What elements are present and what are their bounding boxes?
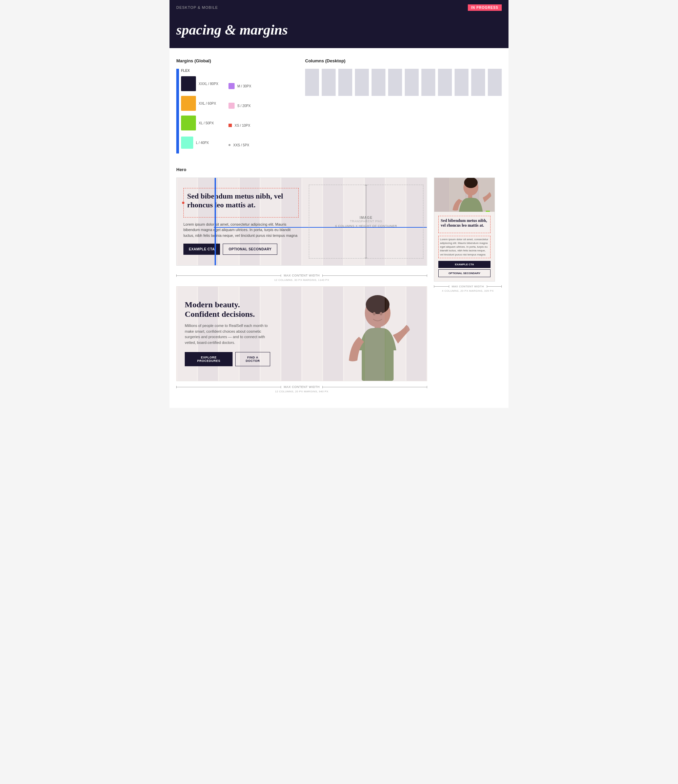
swatch-xxs-label: XXS / 5PX <box>233 143 249 147</box>
svg-point-4 <box>373 312 376 316</box>
flex-indicator <box>176 69 179 154</box>
mobile-card-body: Lorem ipsum dolor sit amet, consectetur … <box>438 236 491 258</box>
swatch-xs-label: XS / 10PX <box>235 124 250 128</box>
swatch-pink-sm <box>229 103 235 109</box>
svg-rect-9 <box>461 205 481 212</box>
hero-real-body: Millions of people come to RealSelf each… <box>185 323 270 345</box>
swatch-xxxl: XXXL / 80PX <box>181 75 218 92</box>
hero-real-buttons: EXPLORE PROCEDURES FIND A DOCTOR <box>185 352 270 366</box>
col-1 <box>305 69 319 96</box>
max-width-indicator: MAX CONTENT WIDTH <box>176 274 427 277</box>
hero-real-mockup: Modern beauty. Confident decisions. Mill… <box>176 286 427 381</box>
header: DESKTOP & MOBILE IN PROGRESS <box>170 0 508 15</box>
swatch-xl: XL / 50PX <box>181 115 218 131</box>
swatch-l: L / 40PX <box>181 134 218 151</box>
hero-real-max-label: MAX CONTENT WIDTH <box>281 385 323 389</box>
col-11 <box>471 69 485 96</box>
image-placeholder-box: IMAGE TRANSPARENT PNG 6 COLUMNS X HEIGHT… <box>309 185 423 258</box>
columns-section: Columns (Desktop) <box>305 58 502 154</box>
max-width-label: MAX CONTENT WIDTH <box>281 274 323 277</box>
col-6 <box>388 69 402 96</box>
swatch-s: S / 20PX <box>229 97 251 114</box>
red-dot-accent <box>182 202 184 204</box>
swatch-xxs: XXS / 5PX <box>229 137 251 154</box>
hero-buttons: EXAMPLE CTA OPTIONAL SECONDARY <box>183 244 299 255</box>
title-bar: spacing & margins <box>170 15 508 48</box>
mobile-right-line <box>487 286 502 287</box>
mobile-person-illustration <box>434 178 495 212</box>
hero-wireframe: Sed bibendum metus nibh, vel rhoncus leo… <box>176 177 427 283</box>
swatch-green <box>181 115 196 131</box>
max-width-right-line <box>323 275 427 276</box>
mobile-heading-dashed: Sed bibendum metus nibh, vel rhoncus leo… <box>438 216 491 233</box>
hero-cta-secondary[interactable]: OPTIONAL SECONDARY <box>223 244 277 255</box>
vertical-measurement <box>366 185 366 258</box>
swatch-purple <box>229 83 235 89</box>
hero-real-max-width-indicator: MAX CONTENT WIDTH <box>176 385 427 389</box>
col-2 <box>322 69 336 96</box>
mobile-max-width-indicator: MAX CONTENT WIDTH <box>434 285 502 288</box>
swatch-orange <box>181 96 196 111</box>
hero-real-max-width: MAX CONTENT WIDTH 12 COLUMNS, 20 PX MARG… <box>176 384 427 395</box>
blue-vertical-accent <box>215 178 216 265</box>
swatch-xl-label: XL / 50PX <box>199 121 214 125</box>
max-width-wrapper: MAX CONTENT WIDTH 12 COLUMNS, 30 PX MARG… <box>176 272 427 283</box>
hero-desktop-mockup: Sed bibendum metus nibh, vel rhoncus leo… <box>176 177 427 266</box>
hero-real-heading: Modern beauty. Confident decisions. <box>185 300 270 319</box>
mobile-cta-secondary[interactable]: OPTIONAL SECONDARY <box>438 269 491 277</box>
swatch-navy <box>181 76 196 91</box>
hero-label: Hero <box>176 167 502 172</box>
svg-point-5 <box>380 312 382 316</box>
hero-heading: Sed bibendum metus nibh, vel rhoncus leo… <box>187 192 295 210</box>
col-3 <box>338 69 352 96</box>
mobile-left-line <box>434 286 449 287</box>
mobile-card: Sed bibendum metus nibh, vel rhoncus leo… <box>434 177 495 282</box>
hero-real-cta-secondary[interactable]: FIND A DOCTOR <box>235 352 270 366</box>
hero-real-max-spec: 12 COLUMNS, 20 PX MARGINS, 940 PX <box>176 390 427 393</box>
margins-columns-row: Margins (Global) FLEX XXXL / 80PX <box>176 58 502 154</box>
col-4 <box>355 69 369 96</box>
person-illustration <box>325 287 427 381</box>
margins-title: Margins (Global) <box>176 58 291 63</box>
mobile-card-content: Sed bibendum metus nibh, vel rhoncus leo… <box>434 212 495 281</box>
col-5 <box>371 69 385 96</box>
margins-section: Margins (Global) FLEX XXXL / 80PX <box>176 58 291 154</box>
swatch-xs: XS / 10PX <box>229 117 251 134</box>
hero-image-column: IMAGE TRANSPARENT PNG 6 COLUMNS X HEIGHT… <box>305 178 427 265</box>
swatch-mint <box>181 137 193 149</box>
col-12 <box>488 69 502 96</box>
max-width-spec: 12 COLUMNS, 30 PX MARGINS, 1140 PX <box>176 278 427 282</box>
hero-real-cta-primary[interactable]: EXPLORE PROCEDURES <box>185 352 232 366</box>
header-label: DESKTOP & MOBILE <box>176 5 218 9</box>
col-7 <box>405 69 419 96</box>
swatch-l-label: L / 40PX <box>196 141 209 145</box>
hero-real-wrapper: Modern beauty. Confident decisions. Mill… <box>176 286 427 395</box>
columns-desktop-grid <box>305 69 502 96</box>
swatch-gray-xxs <box>229 144 231 146</box>
swatch-xxl: XXL / 60PX <box>181 95 218 112</box>
swatch-xxl-label: XXL / 60PX <box>199 102 216 105</box>
swatch-m: M / 30PX <box>229 78 251 95</box>
hero-two-col: Sed bibendum metus nibh, vel rhoncus leo… <box>176 177 502 398</box>
mobile-area: Sed bibendum metus nibh, vel rhoncus leo… <box>434 177 502 294</box>
bottom-tick <box>365 258 368 258</box>
hero-area: Sed bibendum metus nibh, vel rhoncus leo… <box>176 177 427 398</box>
swatch-xxxl-label: XXXL / 80PX <box>199 82 218 86</box>
mobile-cta-primary[interactable]: EXAMPLE CTA <box>438 261 491 268</box>
flex-label: FLEX <box>181 69 218 73</box>
svg-rect-3 <box>362 340 394 381</box>
mobile-max-width-wrap: MAX CONTENT WIDTH 4 COLUMNS, 20 PX MARGI… <box>434 283 502 294</box>
hero-real-image <box>278 287 427 381</box>
hero-text-dashed-box: Sed bibendum metus nibh, vel rhoncus leo… <box>183 188 299 218</box>
page-title: spacing & margins <box>176 22 502 38</box>
swatch-red-xs <box>229 124 232 127</box>
col-8 <box>421 69 435 96</box>
max-width-left-line <box>176 275 281 276</box>
columns-title: Columns (Desktop) <box>305 58 502 63</box>
mobile-card-image <box>434 178 495 212</box>
status-badge: IN PROGRESS <box>468 5 502 11</box>
mobile-card-heading: Sed bibendum metus nibh, vel rhoncus leo… <box>441 218 488 228</box>
top-tick <box>365 185 368 185</box>
swatch-s-label: S / 20PX <box>237 104 251 108</box>
hero-real-text: Modern beauty. Confident decisions. Mill… <box>177 287 278 381</box>
